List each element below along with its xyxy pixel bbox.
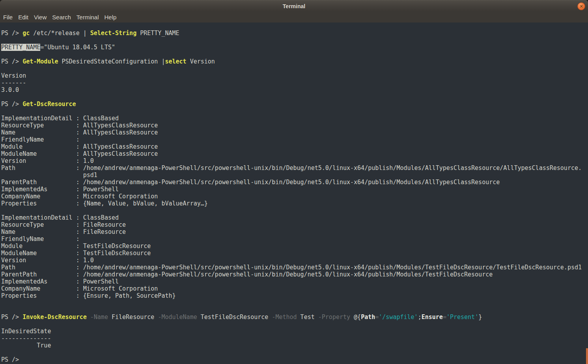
terminal-text-fg: ModuleName : TestFileDscResource <box>1 250 151 257</box>
terminal-text-fg: Path : /home/andrew/anmenaga-PowerShell/… <box>1 164 582 172</box>
terminal-line: Version : 1.0 <box>1 157 588 164</box>
menu-item-search[interactable]: Search <box>52 14 71 21</box>
terminal-line: True <box>1 342 588 349</box>
terminal-text-fg: Name : FileResource <box>1 228 126 235</box>
terminal-text-fg: True <box>1 342 51 349</box>
terminal-text-fg: ImplementedAs : PowerShell <box>1 186 119 193</box>
terminal-text-fg: PSDesiredStateConfiguration | <box>58 58 165 65</box>
terminal-line: PS /> Invoke-DscResource -Name FileResou… <box>1 314 588 321</box>
terminal-text-dim: = <box>375 314 379 321</box>
terminal-output[interactable]: PS /> gc /etc/*release | Select-String P… <box>0 22 588 364</box>
terminal-line <box>1 51 588 58</box>
terminal-text-fg: Version <box>1 72 26 79</box>
terminal-text-fg: PS /> <box>1 101 22 108</box>
terminal-line <box>1 65 588 72</box>
terminal-text-fg: 3.0.0 <box>1 86 19 93</box>
terminal-line: ParentPath : /home/andrew/anmenaga-Power… <box>1 179 588 186</box>
terminal-text-fg: ResourceType : AllTypesClassResource <box>1 122 158 129</box>
terminal-text-dim: = <box>443 314 446 321</box>
terminal-line: PRETTY_NAME="Ubuntu 18.04.5 LTS" <box>1 44 588 51</box>
terminal-text-cmd: Get-DscResource <box>22 101 76 108</box>
terminal-line <box>1 37 588 44</box>
terminal-line: Version : 1.0 <box>1 257 588 264</box>
terminal-line: ImplementedAs : PowerShell <box>1 186 588 193</box>
menu-item-edit[interactable]: Edit <box>18 14 28 21</box>
terminal-text-fg: } <box>478 314 482 321</box>
terminal-line <box>1 306 588 314</box>
terminal-line: ModuleName : TestFileDscResource <box>1 250 588 257</box>
terminal-line <box>1 299 588 306</box>
terminal-text-fg: -------------- <box>1 335 51 342</box>
terminal-text-fg: ParentPath : /home/andrew/anmenaga-Power… <box>1 179 500 186</box>
terminal-line <box>1 321 588 328</box>
terminal-line: PS /> Get-Module PSDesiredStateConfigura… <box>1 58 588 65</box>
terminal-text-cmd: Invoke-DscResource <box>22 314 87 321</box>
terminal-line <box>1 207 588 214</box>
terminal-line: Version <box>1 72 588 79</box>
terminal-text-fg: @{ <box>350 314 361 321</box>
menu-item-help[interactable]: Help <box>105 14 117 21</box>
terminal-line: PS /> <box>1 356 588 363</box>
terminal-line: CompanyName : Microsoft Corporation <box>1 285 588 292</box>
terminal-window: Terminal ✕ File Edit View Search Termina… <box>0 0 588 364</box>
terminal-text-fg: Path : /home/andrew/anmenaga-PowerShell/… <box>1 264 582 271</box>
close-button[interactable]: ✕ <box>577 2 585 10</box>
terminal-text-fg: FriendlyName : <box>1 235 80 243</box>
terminal-line: ResourceType : FileResource <box>1 221 588 228</box>
terminal-text-str: '/swapfile' <box>379 314 418 321</box>
terminal-text-fg: ModuleName : AllTypesClassResource <box>1 150 158 157</box>
terminal-line: ImplementationDetail : ClassBased <box>1 214 588 221</box>
terminal-text-fg: Version <box>187 58 215 65</box>
terminal-line: psd1 <box>1 172 588 179</box>
terminal-text-str: 'Present' <box>446 314 478 321</box>
terminal-text-fg: Module : TestFileDscResource <box>1 243 151 250</box>
terminal-line: ------- <box>1 79 588 86</box>
terminal-line: Path : /home/andrew/anmenaga-PowerShell/… <box>1 164 588 172</box>
terminal-text-fg: ; <box>418 314 422 321</box>
terminal-text-fg: Module : AllTypesClassResource <box>1 143 158 150</box>
menu-item-view[interactable]: View <box>34 14 47 21</box>
terminal-line: FriendlyName : <box>1 235 588 243</box>
terminal-line: InDesiredState <box>1 328 588 335</box>
terminal-text-fg: Version : 1.0 <box>1 257 94 264</box>
terminal-text-cmd: gc <box>22 30 30 37</box>
menu-item-terminal[interactable]: Terminal <box>77 14 99 21</box>
terminal-line: PS /> gc /etc/*release | Select-String P… <box>1 30 588 37</box>
terminal-line: Properties : {Ensure, Path, SourcePath} <box>1 292 588 299</box>
terminal-text-fg: /etc/*release | <box>30 30 90 37</box>
terminal-text-fg: FileResource <box>108 314 158 321</box>
terminal-text-fg: ParentPath : /home/andrew/anmenaga-Power… <box>1 271 493 278</box>
terminal-text-dim: -Name <box>90 314 108 321</box>
terminal-text-fg: Test <box>297 314 318 321</box>
terminal-line: ImplementationDetail : ClassBased <box>1 115 588 122</box>
terminal-text-fg: ResourceType : FileResource <box>1 221 126 228</box>
terminal-line: ParentPath : /home/andrew/anmenaga-Power… <box>1 271 588 278</box>
terminal-text-hl: PRETTY_NAME <box>1 44 40 51</box>
terminal-line: Name : AllTypesClassResource <box>1 129 588 136</box>
terminal-line: Module : TestFileDscResource <box>1 243 588 250</box>
terminal-line: Module : AllTypesClassResource <box>1 143 588 150</box>
terminal-text-fg: psd1 <box>1 172 97 179</box>
terminal-text-cmd: Select-String <box>90 30 136 37</box>
terminal-text-fg: ="Ubuntu 18.04.5 LTS" <box>40 44 115 51</box>
menu-item-file[interactable]: File <box>3 14 13 21</box>
terminal-text-fg: PRETTY_NAME <box>136 30 179 37</box>
terminal-line: ModuleName : AllTypesClassResource <box>1 150 588 157</box>
terminal-line: Properties : {Name, Value, bValue, bValu… <box>1 200 588 207</box>
terminal-text-fg: Properties : {Name, Value, bValue, bValu… <box>1 200 208 207</box>
scrollbar-thumb[interactable] <box>586 348 588 364</box>
terminal-line: FriendlyName : <box>1 136 588 143</box>
terminal-line: ImplementedAs : PowerShell <box>1 278 588 285</box>
terminal-text-fg: ------- <box>1 79 26 86</box>
terminal-line: Name : FileResource <box>1 228 588 235</box>
terminal-line <box>1 93 588 101</box>
terminal-line <box>1 349 588 356</box>
terminal-text-cmd: Get-Module <box>22 58 58 65</box>
terminal-line: PS /> Get-DscResource <box>1 101 588 108</box>
window-title: Terminal <box>283 3 305 9</box>
terminal-text-fg: CompanyName : Microsoft Corporation <box>1 285 158 292</box>
terminal-line: ResourceType : AllTypesClassResource <box>1 122 588 129</box>
terminal-text-fg <box>87 314 90 321</box>
terminal-text-fg: PS /> <box>1 314 22 321</box>
terminal-text-fg: Version : 1.0 <box>1 157 94 164</box>
